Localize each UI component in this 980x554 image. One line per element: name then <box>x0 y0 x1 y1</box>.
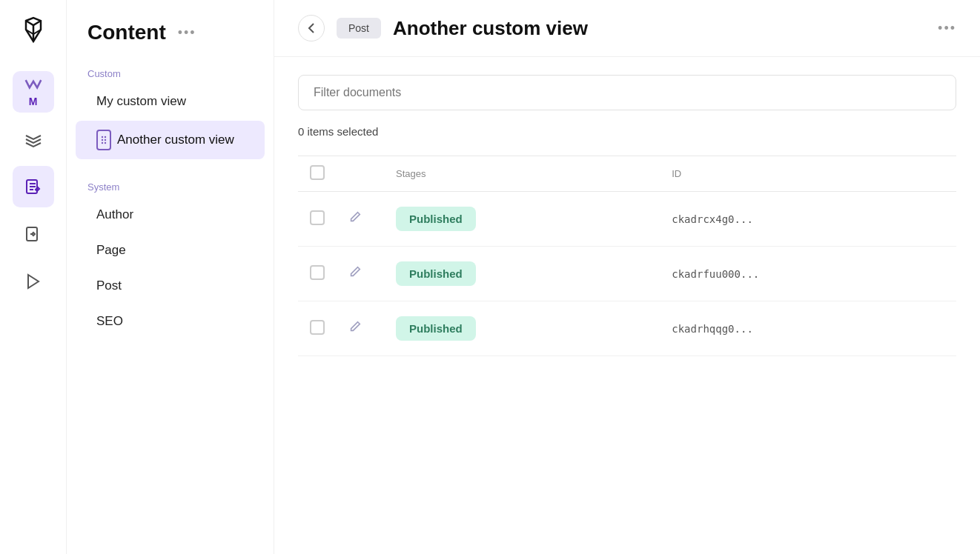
view-title: Another custom view <box>393 17 926 40</box>
table-header-row: Stages ID <box>298 156 956 192</box>
edit-icon-3[interactable] <box>348 321 362 336</box>
documents-table: Stages ID <box>298 156 956 356</box>
row-checkbox-2[interactable] <box>310 265 325 280</box>
row-checkbox-cell <box>298 301 337 356</box>
filter-input[interactable] <box>314 86 941 99</box>
stage-badge-1: Published <box>396 207 476 231</box>
rail-item-layers[interactable] <box>13 119 54 160</box>
row-action-cell-2 <box>337 247 384 301</box>
sidebar-header: Content ••• <box>67 0 274 59</box>
sidebar-item-author[interactable]: Author <box>76 198 265 231</box>
svg-marker-3 <box>28 275 39 288</box>
header-id: ID <box>660 156 956 192</box>
row-action-cell-3 <box>337 301 384 356</box>
row-checkbox-3[interactable] <box>310 320 325 335</box>
svg-point-5 <box>105 136 106 138</box>
sidebar: Content ••• Custom My custom view Anothe… <box>67 0 274 554</box>
app-logo <box>16 12 51 47</box>
system-section-label: System <box>67 173 274 197</box>
main-header: Post Another custom view ••• <box>274 0 980 57</box>
svg-point-4 <box>102 136 103 138</box>
sidebar-more-button[interactable]: ••• <box>178 25 196 41</box>
table-row: Published ckadrcx4g0... <box>298 192 956 247</box>
post-type-badge[interactable]: Post <box>337 18 381 39</box>
svg-point-9 <box>105 142 106 144</box>
table-row: Published ckadrhqqg0... <box>298 301 956 356</box>
sidebar-item-post[interactable]: Post <box>76 270 265 302</box>
rail-item-play[interactable] <box>13 261 54 302</box>
header-more-button[interactable]: ••• <box>938 21 956 36</box>
header-action-col <box>337 156 384 192</box>
sidebar-title: Content <box>87 21 166 44</box>
rail-item-edit[interactable] <box>13 213 54 255</box>
filter-bar[interactable] <box>298 75 956 110</box>
sidebar-item-another-custom-view[interactable]: Another custom view <box>76 121 265 159</box>
stage-badge-3: Published <box>396 316 476 341</box>
content-area: 0 items selected Stages ID <box>274 57 980 554</box>
sidebar-item-page[interactable]: Page <box>76 234 265 267</box>
stage-badge-2: Published <box>396 261 476 286</box>
svg-point-7 <box>105 139 106 141</box>
drag-handle-icon <box>96 130 111 150</box>
row-id-cell-3: ckadrhqqg0... <box>660 301 956 356</box>
row-id-cell-1: ckadrcx4g0... <box>660 192 956 247</box>
rail-item-m[interactable]: M <box>13 71 54 113</box>
header-stages: Stages <box>384 156 660 192</box>
row-stage-cell-3: Published <box>384 301 660 356</box>
icon-rail: M <box>0 0 67 554</box>
custom-section-label: Custom <box>67 59 274 84</box>
sidebar-item-seo[interactable]: SEO <box>76 305 265 338</box>
table-row: Published ckadrfuu000... <box>298 247 956 301</box>
row-action-cell-1 <box>337 192 384 247</box>
main-content: Post Another custom view ••• 0 items sel… <box>274 0 980 554</box>
row-stage-cell-1: Published <box>384 192 660 247</box>
sidebar-item-my-custom-view[interactable]: My custom view <box>76 85 265 118</box>
svg-point-6 <box>102 139 103 141</box>
row-checkbox-cell <box>298 247 337 301</box>
edit-icon-2[interactable] <box>348 267 362 281</box>
row-stage-cell-2: Published <box>384 247 660 301</box>
edit-icon-1[interactable] <box>348 212 362 227</box>
row-checkbox-cell <box>298 192 337 247</box>
select-all-checkbox[interactable] <box>310 165 325 180</box>
svg-point-8 <box>102 142 103 144</box>
rail-item-edit-doc[interactable] <box>13 166 54 207</box>
back-button[interactable] <box>298 15 325 41</box>
row-checkbox-1[interactable] <box>310 210 325 225</box>
row-id-cell-2: ckadrfuu000... <box>660 247 956 301</box>
header-checkbox-col <box>298 156 337 192</box>
selected-count: 0 items selected <box>298 125 956 144</box>
